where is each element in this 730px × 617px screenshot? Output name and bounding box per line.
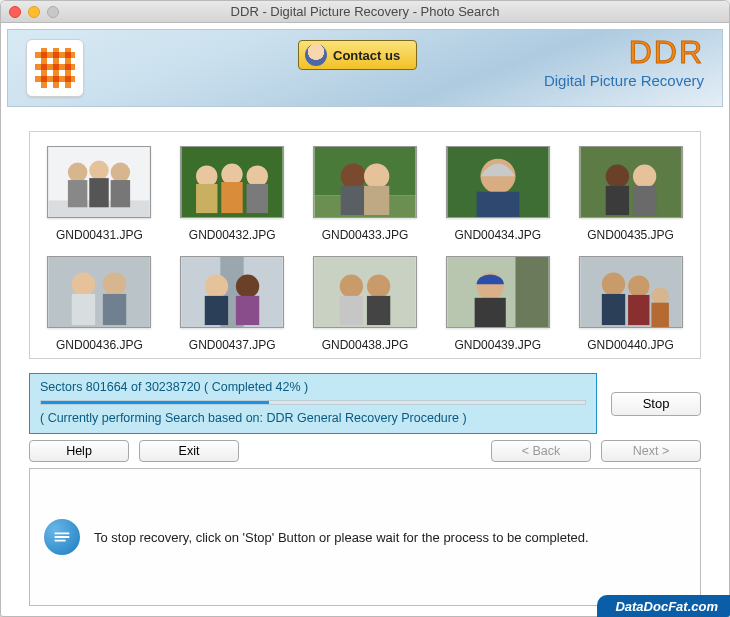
svg-rect-48 (474, 298, 505, 327)
photo-filename: GND00433.JPG (308, 228, 423, 242)
photo-thumbnail (579, 256, 683, 328)
list-item[interactable]: GND00436.JPG (42, 256, 157, 352)
photo-filename: GND00437.JPG (175, 338, 290, 352)
svg-point-11 (221, 164, 242, 185)
list-item[interactable]: GND00437.JPG (175, 256, 290, 352)
svg-point-43 (367, 275, 390, 298)
svg-rect-29 (49, 257, 150, 327)
svg-point-9 (196, 165, 217, 186)
recovered-photos-grid: GND00431.JPG GND00432.JPG GND00433.JPG G… (29, 131, 701, 359)
list-item[interactable]: GND00433.JPG (308, 146, 423, 242)
svg-rect-18 (341, 186, 366, 215)
svg-point-6 (111, 163, 130, 182)
info-bubble-icon (44, 519, 80, 555)
photo-filename: GND00440.JPG (573, 338, 688, 352)
brand-block: DDR Digital Picture Recovery (544, 36, 704, 89)
svg-point-19 (364, 164, 389, 189)
help-button[interactable]: Help (29, 440, 129, 462)
list-item[interactable]: GND00431.JPG (42, 146, 157, 242)
svg-rect-14 (247, 184, 268, 213)
svg-rect-24 (580, 147, 681, 217)
svg-rect-33 (103, 294, 126, 325)
svg-point-30 (72, 273, 95, 296)
progress-bar-fill (41, 401, 269, 404)
app-logo-icon (35, 48, 75, 88)
titlebar: DDR - Digital Picture Recovery - Photo S… (1, 1, 729, 23)
photo-thumbnail (446, 146, 550, 218)
watermark-badge: DataDocFat.com (597, 595, 730, 617)
svg-point-50 (601, 273, 624, 296)
photo-filename: GND00432.JPG (175, 228, 290, 242)
svg-point-32 (103, 273, 126, 296)
list-item[interactable]: GND00440.JPG (573, 256, 688, 352)
app-logo (26, 39, 84, 97)
svg-rect-12 (221, 182, 242, 213)
window-title: DDR - Digital Picture Recovery - Photo S… (1, 4, 729, 19)
svg-rect-5 (90, 178, 109, 207)
svg-rect-31 (72, 294, 95, 325)
progress-status-text: Sectors 801664 of 30238720 ( Completed 4… (40, 380, 586, 394)
photo-thumbnail (313, 256, 417, 328)
svg-rect-51 (601, 294, 624, 325)
svg-rect-53 (628, 295, 649, 325)
photo-filename: GND00439.JPG (440, 338, 555, 352)
photo-thumbnail (180, 256, 284, 328)
progress-panel: Sectors 801664 of 30238720 ( Completed 4… (29, 373, 597, 434)
list-item[interactable]: GND00435.JPG (573, 146, 688, 242)
svg-point-2 (68, 163, 87, 182)
list-item[interactable]: GND00434.JPG (440, 146, 555, 242)
photo-filename: GND00438.JPG (308, 338, 423, 352)
photo-filename: GND00435.JPG (573, 228, 688, 242)
svg-point-13 (247, 165, 268, 186)
svg-point-27 (633, 165, 656, 188)
photo-thumbnail (313, 146, 417, 218)
svg-point-52 (628, 275, 649, 296)
brand-title: DDR (544, 36, 704, 68)
photo-filename: GND00434.JPG (440, 228, 555, 242)
photo-thumbnail (47, 256, 151, 328)
contact-us-button[interactable]: Contact us (298, 40, 417, 70)
progress-detail-text: ( Currently performing Search based on: … (40, 411, 586, 425)
svg-point-38 (236, 275, 259, 298)
svg-rect-39 (236, 296, 259, 325)
svg-point-36 (205, 275, 228, 298)
svg-rect-42 (340, 296, 363, 325)
back-button: < Back (491, 440, 591, 462)
contact-us-label: Contact us (333, 48, 400, 63)
photo-filename: GND00431.JPG (42, 228, 157, 242)
svg-rect-44 (367, 296, 390, 325)
svg-rect-26 (605, 186, 628, 215)
svg-point-54 (651, 287, 669, 305)
svg-rect-40 (314, 257, 415, 327)
brand-subtitle: Digital Picture Recovery (544, 72, 704, 89)
svg-point-4 (90, 161, 109, 180)
photo-thumbnail (579, 146, 683, 218)
hint-text: To stop recovery, click on 'Stop' Button… (94, 530, 589, 545)
list-item[interactable]: GND00438.JPG (308, 256, 423, 352)
svg-rect-7 (111, 180, 130, 207)
next-button: Next > (601, 440, 701, 462)
exit-button[interactable]: Exit (139, 440, 239, 462)
photo-filename: GND00436.JPG (42, 338, 157, 352)
svg-rect-23 (476, 192, 519, 217)
header-banner: Contact us DDR Digital Picture Recovery (7, 29, 723, 107)
svg-point-25 (605, 165, 628, 188)
list-item[interactable]: GND00439.JPG (440, 256, 555, 352)
photo-thumbnail (47, 146, 151, 218)
svg-point-17 (341, 164, 366, 189)
svg-rect-20 (364, 186, 389, 215)
svg-point-41 (340, 275, 363, 298)
app-window: DDR - Digital Picture Recovery - Photo S… (0, 0, 730, 617)
svg-rect-37 (205, 296, 228, 325)
hint-panel: To stop recovery, click on 'Stop' Button… (29, 468, 701, 606)
contact-avatar-icon (305, 44, 327, 66)
progress-bar (40, 400, 586, 405)
svg-rect-3 (68, 180, 87, 207)
photo-thumbnail (180, 146, 284, 218)
list-item[interactable]: GND00432.JPG (175, 146, 290, 242)
stop-button[interactable]: Stop (611, 392, 701, 416)
svg-rect-10 (196, 184, 217, 213)
photo-thumbnail (446, 256, 550, 328)
svg-rect-28 (633, 186, 656, 215)
svg-rect-46 (515, 257, 548, 327)
